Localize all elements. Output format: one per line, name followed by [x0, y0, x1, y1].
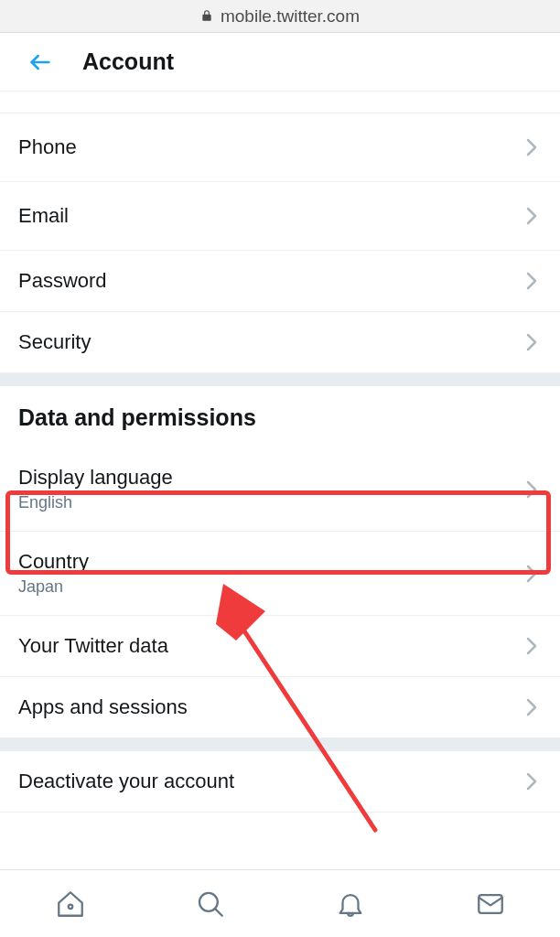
chevron-right-icon: [525, 271, 538, 291]
item-label: Email: [18, 204, 69, 228]
section-header-data-permissions: Data and permissions: [0, 386, 560, 447]
item-label: Password: [18, 269, 107, 293]
nav-home-button[interactable]: [52, 886, 89, 922]
chevron-right-icon: [525, 636, 538, 656]
item-label: Apps and sessions: [18, 695, 188, 719]
lock-icon: [200, 6, 213, 27]
item-sublabel: English: [18, 493, 173, 512]
browser-url-text: mobile.twitter.com: [221, 6, 360, 27]
item-label: Country: [18, 550, 89, 574]
list-item-email[interactable]: Email: [0, 182, 560, 251]
list-item-password[interactable]: Password: [0, 251, 560, 312]
chevron-right-icon: [525, 137, 538, 157]
list-item-country[interactable]: Country Japan: [0, 532, 560, 616]
app-header: Account: [0, 33, 560, 92]
svg-line-5: [215, 909, 222, 916]
chevron-right-icon: [525, 564, 538, 584]
chevron-right-icon: [525, 697, 538, 717]
item-label: Phone: [18, 135, 77, 159]
item-label: Your Twitter data: [18, 634, 168, 658]
page-title: Account: [82, 48, 174, 75]
chevron-right-icon: [525, 206, 538, 226]
chevron-right-icon: [525, 332, 538, 352]
item-sublabel: Japan: [18, 577, 89, 597]
list-item-apps-sessions[interactable]: Apps and sessions: [0, 677, 560, 738]
nav-search-button[interactable]: [192, 886, 229, 922]
list-item-security[interactable]: Security: [0, 312, 560, 373]
svg-rect-6: [479, 895, 502, 913]
section-divider: [0, 738, 560, 751]
partial-row-cutoff: [0, 92, 560, 113]
chevron-right-icon: [525, 479, 538, 500]
nav-notifications-button[interactable]: [332, 886, 369, 922]
item-label: Deactivate your account: [18, 770, 234, 793]
list-item-phone[interactable]: Phone: [0, 113, 560, 182]
list-item-twitter-data[interactable]: Your Twitter data: [0, 616, 560, 677]
item-label: Display language: [18, 466, 173, 490]
bottom-nav: [0, 869, 560, 937]
list-item-display-language[interactable]: Display language English: [0, 447, 560, 532]
list-item-deactivate-account[interactable]: Deactivate your account: [0, 751, 560, 813]
chevron-right-icon: [525, 771, 538, 792]
item-label: Security: [18, 330, 91, 354]
browser-url-bar: mobile.twitter.com: [0, 0, 560, 33]
back-button[interactable]: [27, 49, 53, 75]
nav-messages-button[interactable]: [472, 886, 509, 922]
settings-scroll-area: Phone Email Password Security Data and p…: [0, 92, 560, 869]
svg-point-3: [68, 904, 72, 909]
section-divider: [0, 373, 560, 386]
